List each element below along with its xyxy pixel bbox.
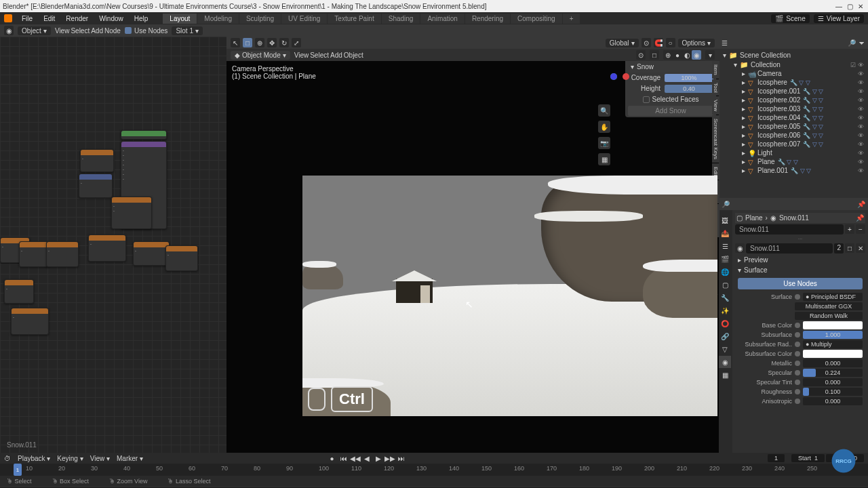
outliner-item[interactable]: ▸ ▽ Icosphere.005🔧 ▽ ▽👁 bbox=[720, 122, 867, 131]
cursor-tool-icon[interactable]: ↖ bbox=[231, 38, 240, 47]
coverage-slider[interactable]: 100% bbox=[665, 74, 713, 82]
outliner-item[interactable]: ▸ ▽ Icosphere.002🔧 ▽ ▽👁 bbox=[720, 96, 867, 104]
value-slider[interactable]: 0.000 bbox=[803, 378, 863, 386]
material-users[interactable]: 2 bbox=[834, 243, 844, 253]
particle-tab-icon[interactable]: ✨ bbox=[719, 304, 731, 317]
orientation-dropdown[interactable]: Global ▾ bbox=[606, 39, 639, 47]
remove-slot-button[interactable]: − bbox=[856, 224, 865, 234]
minimize-button[interactable]: — bbox=[834, 1, 844, 11]
unlink-material-button[interactable]: ✕ bbox=[856, 243, 865, 253]
constraint-tab-icon[interactable]: 🔗 bbox=[719, 330, 731, 342]
mode-dropdown[interactable]: ◆ Object Mode ▾ bbox=[231, 51, 290, 60]
scene-selector[interactable]: 🎬Scene bbox=[771, 14, 809, 23]
timeline-menu-marker[interactable]: Marker ▾ bbox=[117, 455, 143, 462]
prev-key-icon[interactable]: ◀◀ bbox=[351, 454, 360, 462]
value-slider[interactable]: 1.000 bbox=[803, 331, 863, 339]
cursor3d-tool-icon[interactable]: ⊕ bbox=[255, 38, 264, 47]
timeline-menu-playback[interactable]: Playback ▾ bbox=[18, 455, 50, 462]
snap-icon[interactable]: 🧲 bbox=[654, 38, 663, 47]
autokey-icon[interactable]: ● bbox=[328, 454, 337, 462]
output-tab-icon[interactable]: 📤 bbox=[719, 227, 731, 239]
preview-section[interactable]: ▸ Preview bbox=[735, 255, 865, 265]
end-frame-input[interactable]: End 250 bbox=[826, 454, 864, 462]
camera-icon[interactable]: 📷 bbox=[598, 137, 610, 149]
snow-panel-header[interactable]: ▾ Snow bbox=[625, 61, 716, 73]
next-key-icon[interactable]: ▶▶ bbox=[385, 454, 395, 462]
outliner-item[interactable]: ▸ ▽ Plane🔧 ▽ ▽👁 bbox=[720, 157, 867, 166]
close-button[interactable]: ✕ bbox=[856, 1, 865, 11]
timeline-editor-icon[interactable]: ⏱ bbox=[4, 455, 11, 462]
outliner-item[interactable]: ▸ ▽ Icosphere.007🔧 ▽ ▽👁 bbox=[720, 140, 867, 148]
workspace-tab-compositing[interactable]: Compositing bbox=[511, 14, 562, 24]
physics-tab-icon[interactable]: ⭕ bbox=[719, 317, 731, 329]
workspace-tab-animation[interactable]: Animation bbox=[420, 14, 464, 24]
jump-start-icon[interactable]: ⏮ bbox=[339, 454, 349, 462]
props-search-icon[interactable]: 🔎 bbox=[722, 201, 730, 208]
timeline-menu-view[interactable]: View ▾ bbox=[90, 455, 110, 462]
slot-dropdown[interactable]: Slot 1 ▾ bbox=[172, 26, 203, 35]
color-swatch[interactable] bbox=[803, 350, 863, 358]
jump-end-icon[interactable]: ⏭ bbox=[397, 454, 406, 462]
play-reverse-icon[interactable]: ◀ bbox=[362, 454, 372, 462]
xray-icon[interactable]: □ bbox=[650, 50, 659, 60]
vp-menu-view[interactable]: View bbox=[294, 52, 309, 59]
node-editor[interactable]: ······· · · ·· · · · · · · · · Snow.011 bbox=[0, 37, 226, 453]
timeline-menu-keying[interactable]: Keying ▾ bbox=[57, 455, 83, 462]
rotate-tool-icon[interactable]: ↻ bbox=[279, 38, 289, 47]
workspace-tab-shading[interactable]: Shading bbox=[382, 14, 420, 24]
current-frame-input[interactable]: 1 bbox=[768, 454, 785, 462]
new-material-button[interactable]: □ bbox=[845, 243, 854, 253]
outliner-item[interactable]: ▸ ▽ Icosphere.001🔧 ▽ ▽👁 bbox=[720, 87, 867, 96]
value-slider[interactable]: 0.100 bbox=[803, 388, 863, 396]
object-tab-icon[interactable]: ▢ bbox=[719, 279, 731, 291]
use-nodes-checkbox[interactable]: Use Nodes bbox=[125, 27, 167, 35]
outliner[interactable]: ▾ 📁 Scene Collection ▾ 📁 Collection☑ 👁 ▸… bbox=[719, 49, 868, 198]
menu-help[interactable]: Help bbox=[129, 14, 154, 24]
filter-search-icon[interactable]: 🔎 bbox=[848, 39, 856, 47]
height-slider[interactable]: 0.40 bbox=[665, 85, 713, 93]
use-nodes-button[interactable]: Use Nodes bbox=[738, 278, 863, 289]
outliner-item[interactable]: ▸ ▽ Icosphere🔧 ▽ ▽👁 bbox=[720, 78, 867, 87]
viewport-3d[interactable]: ↖ □ ⊕ ✥ ↻ ⤢ Global ▾ ⊙ 🧲 ○ Options ▾ ◆ O… bbox=[226, 37, 719, 453]
color-swatch[interactable] bbox=[803, 321, 863, 329]
material-slot[interactable]: Snow.011 bbox=[735, 224, 844, 235]
surface-shader-dropdown[interactable]: ● Principled BSDF bbox=[803, 293, 863, 301]
outliner-collection[interactable]: ▾ 📁 Collection☑ 👁 bbox=[720, 60, 867, 69]
material-tab-icon[interactable]: ◉ bbox=[719, 356, 731, 368]
pivot-icon[interactable]: ⊙ bbox=[642, 38, 651, 47]
n-tab-view[interactable]: View bbox=[712, 96, 719, 115]
n-tab-item[interactable]: Item bbox=[712, 61, 719, 79]
selected-faces-checkbox[interactable]: Selected Faces bbox=[643, 96, 699, 103]
shading-wire-icon[interactable]: ⊕ bbox=[663, 50, 673, 60]
playhead[interactable]: 1 bbox=[14, 464, 22, 476]
node-menu-select[interactable]: Select bbox=[71, 27, 90, 35]
outliner-item[interactable]: ▸ ▽ Icosphere.004🔧 ▽ ▽👁 bbox=[720, 113, 867, 122]
props-pin-icon[interactable]: 📌 bbox=[857, 201, 865, 208]
vp-menu-object[interactable]: Object bbox=[344, 52, 363, 59]
maximize-button[interactable]: ▢ bbox=[845, 1, 854, 11]
outliner-item[interactable]: ▸ ▽ Icosphere.006🔧 ▽ ▽👁 bbox=[720, 131, 867, 140]
add-snow-button[interactable]: Add Snow bbox=[628, 106, 713, 116]
shading-dropdown-icon[interactable]: ▾ bbox=[705, 50, 715, 60]
play-icon[interactable]: ▶ bbox=[374, 454, 383, 462]
start-frame-input[interactable]: Start 1 bbox=[791, 454, 825, 462]
value-slider[interactable]: 0.224 bbox=[803, 369, 863, 377]
zoom-icon[interactable]: 🔍 bbox=[598, 104, 610, 117]
proportional-icon[interactable]: ○ bbox=[666, 38, 675, 47]
outliner-item[interactable]: ▸ ▽ Plane.001🔧 ▽ ▽👁 bbox=[720, 166, 867, 175]
material-orb-icon[interactable]: ◉ bbox=[735, 243, 745, 253]
shading-matprev-icon[interactable]: ◐ bbox=[682, 50, 692, 60]
workspace-tab-rendering[interactable]: Rendering bbox=[465, 14, 510, 24]
options-dropdown[interactable]: Options ▾ bbox=[678, 39, 715, 47]
node-menu-add[interactable]: Add bbox=[91, 27, 103, 35]
texture-tab-icon[interactable]: ▦ bbox=[719, 369, 731, 381]
modifier-tab-icon[interactable]: 🔧 bbox=[719, 291, 731, 304]
overlay-icon[interactable]: ⊙ bbox=[636, 50, 646, 60]
scale-tool-icon[interactable]: ⤢ bbox=[292, 38, 301, 47]
workspace-tab-modeling[interactable]: Modeling bbox=[197, 14, 239, 24]
value-slider[interactable]: 0.000 bbox=[803, 359, 863, 367]
n-tab-tool[interactable]: Tool bbox=[712, 79, 719, 96]
pin-icon[interactable]: 📌 bbox=[856, 214, 864, 222]
world-tab-icon[interactable]: 🌐 bbox=[719, 266, 731, 278]
move-tool-icon[interactable]: ✥ bbox=[267, 38, 277, 47]
